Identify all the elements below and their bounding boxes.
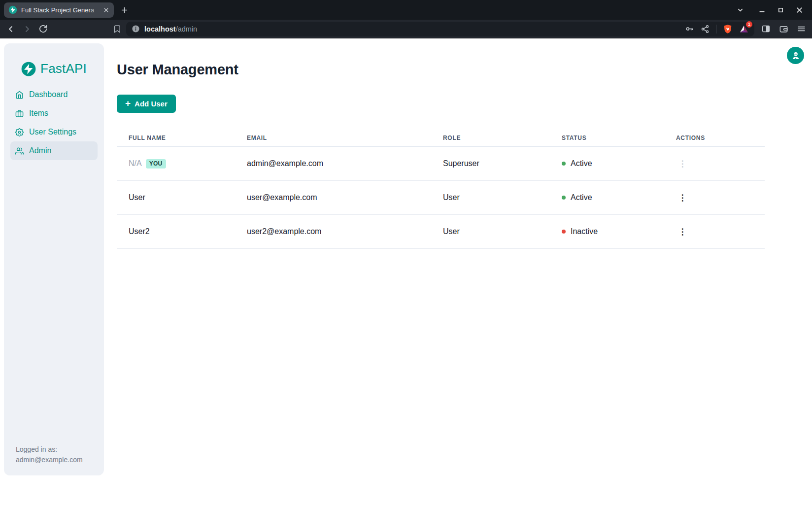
new-tab-icon[interactable]	[120, 6, 129, 14]
cell-status: Active	[550, 181, 664, 214]
table-row: User user@example.com User Active ⋮	[117, 181, 765, 215]
cell-role: Superuser	[431, 147, 550, 180]
briefcase-icon	[15, 109, 24, 118]
rewards-badge: 1	[746, 21, 752, 28]
cell-email: user2@example.com	[235, 215, 431, 248]
browser-titlebar: Full Stack Project Genera	[0, 0, 812, 20]
wallet-icon[interactable]	[779, 24, 788, 34]
browser-tab[interactable]: Full Stack Project Genera	[4, 2, 114, 18]
sidebar-item-items[interactable]: Items	[10, 104, 98, 123]
sidebar-item-label: User Settings	[29, 128, 76, 136]
cell-actions: ⋮	[664, 181, 765, 214]
bookmark-icon[interactable]	[113, 25, 122, 34]
window-chevron-down-icon[interactable]	[737, 6, 744, 14]
status-label: Active	[571, 193, 592, 202]
kebab-menu-icon: ⋮	[678, 228, 687, 236]
sidebar-panel-icon[interactable]	[761, 24, 771, 34]
full-name-value: N/A	[129, 159, 142, 168]
logged-in-label: Logged in as:	[16, 444, 92, 454]
sidebar-item-admin[interactable]: Admin	[10, 141, 98, 160]
sidebar-item-user-settings[interactable]: User Settings	[10, 123, 98, 141]
cell-email: admin@example.com	[235, 147, 431, 180]
url-bar[interactable]: localhost/admin 1	[126, 22, 754, 36]
cell-full-name: N/A YOU	[117, 147, 235, 180]
reload-icon[interactable]	[38, 24, 48, 34]
window-maximize-icon[interactable]	[777, 6, 784, 14]
fastapi-bolt-icon	[21, 62, 36, 76]
url-host: localhost	[144, 25, 176, 33]
share-icon[interactable]	[701, 25, 710, 34]
url-path: /admin	[176, 25, 198, 33]
logo-text: FastAPI	[40, 61, 87, 76]
window-close-icon[interactable]	[796, 6, 803, 14]
logged-in-email: admin@example.com	[16, 455, 92, 465]
sidebar-spacer	[4, 160, 104, 444]
cell-actions: ⋮	[664, 147, 765, 180]
column-header-full-name: FULL NAME	[117, 129, 235, 146]
sidebar-item-label: Admin	[29, 146, 51, 155]
menu-hamburger-icon[interactable]	[797, 24, 806, 34]
status-dot-active	[562, 196, 566, 200]
user-avatar-icon	[791, 51, 801, 61]
add-user-button[interactable]: + Add User	[117, 95, 176, 113]
column-header-status: STATUS	[550, 129, 664, 146]
gear-icon	[15, 128, 24, 136]
sidebar-item-label: Items	[29, 109, 48, 118]
kebab-menu-icon: ⋮	[678, 160, 687, 168]
urlbar-separator	[716, 25, 716, 34]
status-label: Inactive	[571, 227, 598, 236]
status-dot-inactive	[562, 230, 566, 234]
users-table: FULL NAME EMAIL ROLE STATUS ACTIONS N/A …	[117, 129, 765, 249]
home-icon	[15, 91, 24, 99]
browser-toolbar: localhost/admin 1	[0, 20, 812, 38]
page-title: User Management	[117, 62, 765, 78]
site-info-icon[interactable]	[132, 25, 140, 33]
cell-full-name: User	[117, 181, 235, 214]
kebab-menu-icon: ⋮	[678, 194, 687, 202]
full-name-value: User2	[129, 227, 150, 236]
column-header-email: EMAIL	[235, 129, 431, 146]
url-text[interactable]: localhost/admin	[144, 25, 197, 33]
password-key-icon[interactable]	[685, 24, 694, 34]
window-minimize-icon[interactable]	[758, 6, 766, 14]
table-row: N/A YOU admin@example.com Superuser Acti…	[117, 147, 765, 181]
cell-status: Active	[550, 147, 664, 180]
page: FastAPI Dashboard Items User Settings	[0, 38, 812, 505]
cell-full-name: User2	[117, 215, 235, 248]
fastapi-logo: FastAPI	[21, 61, 87, 76]
row-actions-menu-button[interactable]: ⋮	[676, 225, 689, 238]
cell-role: User	[431, 215, 550, 248]
cell-role: User	[431, 181, 550, 214]
add-user-label: Add User	[135, 100, 168, 108]
status-dot-active	[562, 162, 566, 166]
row-actions-menu-button[interactable]: ⋮	[676, 191, 689, 204]
column-header-role: ROLE	[431, 129, 550, 146]
fastapi-favicon-icon	[8, 5, 17, 14]
sidebar-footer: Logged in as: admin@example.com	[4, 444, 104, 475]
cell-status: Inactive	[550, 215, 664, 248]
user-menu-avatar-button[interactable]	[787, 47, 804, 64]
column-header-actions: ACTIONS	[664, 129, 765, 146]
plus-icon: +	[125, 99, 131, 108]
table-header-row: FULL NAME EMAIL ROLE STATUS ACTIONS	[117, 129, 765, 147]
row-actions-menu-button[interactable]: ⋮	[676, 157, 689, 170]
main-content: User Management + Add User FULL NAME EMA…	[117, 38, 765, 249]
sidebar-item-label: Dashboard	[29, 90, 68, 99]
forward-icon[interactable]	[22, 24, 32, 34]
status-label: Active	[571, 159, 592, 168]
sidebar-item-dashboard[interactable]: Dashboard	[10, 85, 98, 104]
full-name-value: User	[129, 193, 145, 202]
users-icon	[15, 147, 24, 155]
you-badge: YOU	[146, 159, 166, 168]
table-row: User2 user2@example.com User Inactive ⋮	[117, 215, 765, 249]
sidebar: FastAPI Dashboard Items User Settings	[4, 43, 104, 475]
cell-email: user@example.com	[235, 181, 431, 214]
tab-title: Full Stack Project Genera	[21, 6, 101, 14]
sidebar-nav: Dashboard Items User Settings Admin	[4, 85, 104, 160]
back-icon[interactable]	[6, 24, 16, 34]
brave-shield-icon[interactable]	[723, 24, 733, 34]
tab-close-icon[interactable]	[103, 7, 109, 13]
cell-actions: ⋮	[664, 215, 765, 248]
brave-rewards-icon[interactable]: 1	[739, 24, 749, 34]
